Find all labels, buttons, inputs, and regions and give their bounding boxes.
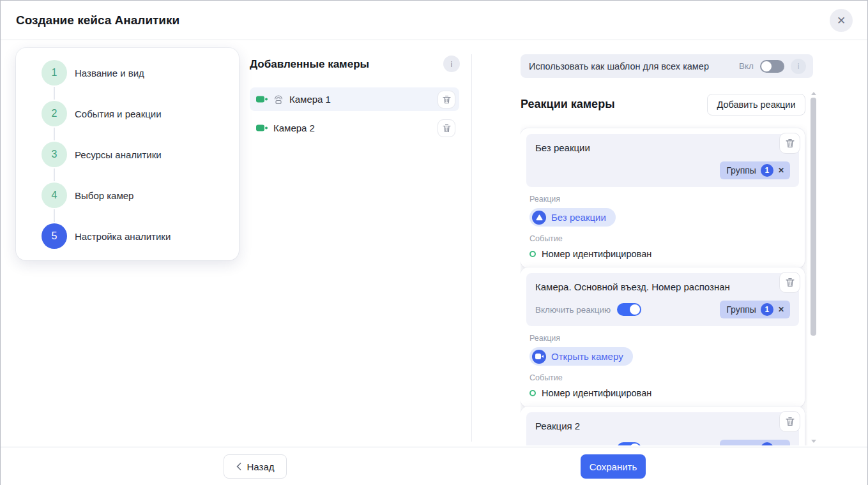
reaction-card: Камера. Основной въезд. Номер распознан …	[521, 267, 805, 407]
enable-reaction-label: Включить реакцию	[535, 444, 611, 446]
analytics-case-dialog: Создание кейса Аналитики ✕ 1 Название и …	[0, 0, 868, 485]
wizard-step-name-type[interactable]: 1 Название и вид	[42, 60, 239, 86]
event-status-icon	[529, 390, 536, 396]
groups-chip-label: Группы	[726, 444, 756, 445]
chip-close-icon[interactable]: ✕	[778, 305, 784, 314]
trash-icon	[786, 417, 795, 426]
column-divider	[471, 54, 472, 442]
groups-chip[interactable]: Группы 1 ✕	[720, 440, 790, 445]
wizard-step-analytics-resources[interactable]: 3 Ресурсы аналитики	[42, 142, 239, 167]
camera-name: Камера 2	[273, 123, 315, 133]
reaction-pill[interactable]: Открыть камеру	[529, 347, 633, 366]
reaction-field-label: Реакция	[529, 195, 799, 204]
camera-name: Камера 1	[289, 94, 331, 105]
step-label: Выбор камер	[75, 190, 133, 201]
camera-list-item[interactable]: Камера 2	[250, 116, 459, 140]
scroll-up-arrow-icon[interactable]	[811, 92, 816, 95]
delete-reaction-button[interactable]	[779, 272, 800, 293]
close-button[interactable]: ✕	[830, 9, 853, 32]
wizard-step-analytics-settings[interactable]: 5 Настройка аналитики	[42, 223, 239, 249]
camera-icon	[256, 124, 268, 132]
template-banner: Использовать как шаблон для всех камер В…	[521, 54, 813, 78]
reaction-pill[interactable]: Без реакции	[529, 208, 616, 227]
step-label: Название и вид	[75, 68, 144, 78]
wizard-step-events-reactions[interactable]: 2 События и реакции	[42, 101, 239, 126]
groups-chip[interactable]: Группы 1 ✕	[720, 161, 790, 179]
camera-list-item[interactable]: Камера 1	[250, 87, 459, 111]
step-number-circle: 2	[42, 101, 67, 126]
template-banner-label: Использовать как шаблон для всех камер	[529, 61, 709, 71]
enable-reaction-label: Включить реакцию	[535, 305, 611, 315]
reaction-card-header: Без реакции Группы 1 ✕	[526, 134, 799, 187]
no-reaction-icon	[532, 211, 546, 225]
event-name: Номер идентифицирован	[542, 388, 651, 398]
step-number-circle: 5	[42, 223, 67, 249]
template-toggle-label: Вкл	[739, 61, 754, 71]
enable-reaction-toggle[interactable]	[617, 303, 641, 316]
trash-icon	[786, 278, 795, 287]
scrollbar-thumb[interactable]	[811, 98, 816, 336]
delete-reaction-button[interactable]	[779, 133, 800, 154]
groups-count-badge: 1	[761, 303, 773, 316]
groups-count-badge: 1	[761, 442, 773, 445]
step-label: Ресурсы аналитики	[75, 149, 162, 160]
trash-icon	[443, 124, 451, 133]
dialog-footer: Назад Сохранить	[1, 447, 867, 485]
scroll-down-arrow-icon[interactable]	[811, 440, 816, 443]
event-row: Номер идентифицирован	[529, 249, 799, 259]
reaction-field-label: Реакция	[529, 334, 799, 343]
step-label: События и реакции	[75, 108, 162, 119]
event-status-icon	[529, 251, 536, 257]
reaction-card-title: Без реакции	[535, 142, 790, 153]
reaction-card-title: Камера. Основной въезд. Номер распознан	[535, 281, 790, 292]
template-toggle[interactable]	[760, 60, 784, 73]
dialog-header: Создание кейса Аналитики ✕	[1, 1, 867, 40]
chevron-left-icon	[236, 463, 241, 470]
groups-chip-label: Группы	[726, 304, 756, 315]
camera-reactions-title: Реакции камеры	[521, 98, 615, 111]
groups-chip[interactable]: Группы 1 ✕	[720, 301, 790, 318]
add-reactions-button[interactable]: Добавить реакции	[707, 94, 805, 116]
back-button[interactable]: Назад	[224, 454, 287, 479]
reaction-card-title: Реакция 2	[535, 421, 790, 431]
reaction-card-header: Камера. Основной въезд. Номер распознан …	[526, 273, 799, 326]
event-field-label: Событие	[529, 234, 799, 243]
event-name: Номер идентифицирован	[542, 249, 651, 259]
groups-chip-label: Группы	[726, 165, 756, 175]
step-number-circle: 3	[42, 142, 67, 167]
close-icon: ✕	[837, 15, 846, 26]
trash-icon	[786, 138, 795, 148]
wizard-steps-panel: 1 Название и вид 2 События и реакции 3 Р…	[16, 48, 239, 260]
reaction-card-header: Реакция 2 Включить реакцию Группы 1 ✕	[526, 412, 799, 445]
wizard-step-camera-selection[interactable]: 4 Выбор камер	[42, 183, 239, 208]
page-title: Создание кейса Аналитики	[16, 13, 179, 27]
step-number-circle: 1	[42, 60, 67, 86]
trash-icon	[443, 95, 451, 104]
open-camera-icon	[532, 350, 546, 364]
save-button[interactable]: Сохранить	[581, 454, 646, 479]
reactions-scroll-area[interactable]: Без реакции Группы 1 ✕ Реакция Без реакц…	[521, 124, 807, 445]
delete-camera-button[interactable]	[438, 119, 455, 137]
chip-close-icon[interactable]: ✕	[778, 444, 784, 445]
chip-close-icon[interactable]: ✕	[778, 166, 784, 175]
reaction-card: Без реакции Группы 1 ✕ Реакция Без реакц…	[521, 128, 805, 268]
template-info-icon[interactable]: i	[791, 59, 806, 74]
added-cameras-info-icon[interactable]: i	[443, 56, 460, 72]
event-field-label: Событие	[529, 373, 799, 382]
vertical-scrollbar[interactable]	[809, 90, 818, 445]
reaction-pill-text: Открыть камеру	[551, 351, 623, 362]
toggle-knob	[630, 444, 640, 445]
reaction-card: Реакция 2 Включить реакцию Группы 1 ✕	[521, 407, 805, 445]
step-number-circle: 4	[42, 183, 67, 208]
added-cameras-title: Добавленные камеры	[250, 58, 369, 71]
camera-icon	[256, 95, 268, 103]
ptz-camera-icon	[273, 94, 284, 105]
step-label: Настройка аналитики	[75, 231, 171, 242]
toggle-knob	[630, 304, 640, 315]
enable-reaction-toggle[interactable]	[617, 442, 641, 445]
reaction-pill-text: Без реакции	[551, 212, 606, 223]
delete-reaction-button[interactable]	[779, 411, 800, 432]
back-button-label: Назад	[247, 461, 275, 472]
groups-count-badge: 1	[761, 164, 773, 177]
delete-camera-button[interactable]	[438, 91, 455, 108]
